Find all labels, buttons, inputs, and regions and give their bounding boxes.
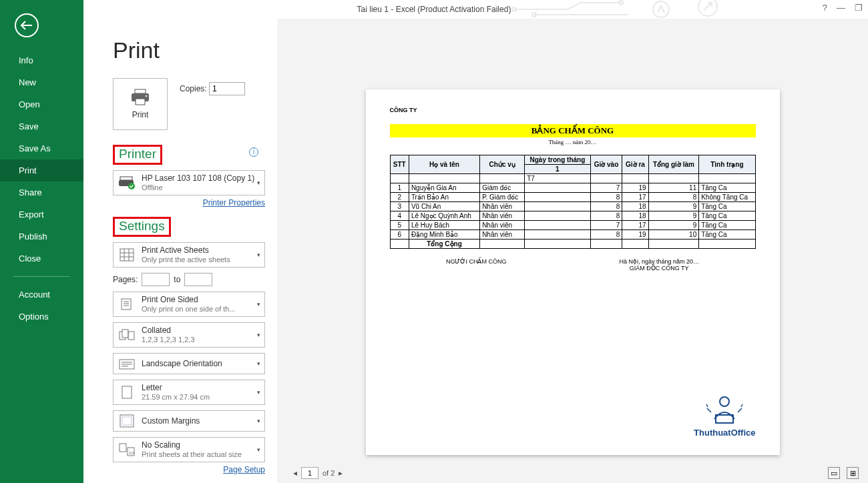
preview-page: CÔNG TY BẢNG CHẤM CÔNG Tháng … năm 20… S… xyxy=(366,89,780,455)
svg-rect-25 xyxy=(716,415,733,423)
svg-point-8 xyxy=(146,95,147,97)
svg-rect-5 xyxy=(135,89,146,93)
pages-to-input[interactable] xyxy=(184,273,212,286)
print-what-selector[interactable]: Print Active SheetsOnly print the active… xyxy=(113,242,265,268)
zoom-button[interactable]: ⊞ xyxy=(847,467,859,479)
page-setup-link[interactable]: Page Setup xyxy=(113,465,265,474)
svg-rect-21 xyxy=(120,444,126,452)
print-button-label: Print xyxy=(132,110,149,119)
svg-point-3 xyxy=(653,1,669,17)
prev-page-button[interactable]: ◂ xyxy=(293,468,297,478)
printer-properties-link[interactable]: Printer Properties xyxy=(113,198,265,207)
settings-section-header: Settings xyxy=(113,217,171,237)
doc-table: STT Họ và tên Chức vụ Ngày trong tháng G… xyxy=(390,155,756,249)
sig-left: NGƯỜI CHẤM CÔNG xyxy=(446,258,507,272)
dropdown-icon: ▾ xyxy=(257,332,260,338)
doc-title: BẢNG CHẤM CÔNG xyxy=(390,124,756,137)
zoom-controls: ▭ ⊞ xyxy=(828,467,859,479)
one-sided-icon xyxy=(118,297,136,312)
printer-selector[interactable]: HP Laser 103 107 108 (Copy 1) Offline ▾ xyxy=(113,170,265,195)
paper-size-sub: 21.59 cm x 27.94 cm xyxy=(142,392,210,402)
nav-publish[interactable]: Publish xyxy=(0,225,83,248)
nav-save-as[interactable]: Save As xyxy=(0,137,83,159)
zoom-to-page-button[interactable]: ▭ xyxy=(828,467,840,479)
svg-rect-12 xyxy=(120,249,134,261)
sheets-icon xyxy=(118,248,136,262)
nav-new[interactable]: New xyxy=(0,71,83,93)
window-title: Tai lieu 1 - Excel (Product Activation F… xyxy=(357,5,511,14)
nav-export[interactable]: Export xyxy=(0,203,83,225)
page-heading: Print xyxy=(113,37,277,63)
scaling-selector[interactable]: 100 No ScalingPrint sheets at their actu… xyxy=(113,437,265,462)
print-settings-panel: Print Print Copies: i Printer HP Laser 1… xyxy=(83,19,277,483)
nav-print[interactable]: Print xyxy=(0,159,83,181)
printer-name: HP Laser 103 107 108 (Copy 1) xyxy=(142,173,254,183)
print-button[interactable]: Print xyxy=(113,78,168,130)
svg-rect-7 xyxy=(136,99,145,105)
print-preview-area: CÔNG TY BẢNG CHẤM CÔNG Tháng … năm 20… S… xyxy=(277,19,868,483)
dropdown-icon: ▾ xyxy=(257,446,260,453)
total-label: Tổng Cộng xyxy=(409,239,479,249)
th-total: Tổng giờ làm xyxy=(648,155,699,174)
paper-size-title: Letter xyxy=(142,383,210,392)
copies-input[interactable] xyxy=(209,82,245,95)
svg-point-11 xyxy=(128,183,135,189)
svg-text:100: 100 xyxy=(129,451,135,455)
nav-close[interactable]: Close xyxy=(0,248,83,270)
pages-label: Pages: xyxy=(113,275,138,284)
printer-info-icon[interactable]: i xyxy=(249,147,258,157)
restore-button[interactable]: ❐ xyxy=(855,3,863,13)
dropdown-icon: ▾ xyxy=(257,252,260,258)
printer-status: Offline xyxy=(142,183,254,192)
dropdown-icon: ▾ xyxy=(257,389,260,396)
scaling-sub: Print sheets at their actual size xyxy=(142,450,242,459)
table-row: 2Trần Bảo AnP. Giám đốc8178Không Tăng Ca xyxy=(390,193,755,202)
next-page-button[interactable]: ▸ xyxy=(339,468,343,478)
th-day: 1 xyxy=(525,165,590,174)
svg-rect-16 xyxy=(128,332,134,340)
copies-label: Copies: xyxy=(180,84,207,93)
margins-selector[interactable]: Custom Margins ▾ xyxy=(113,410,265,432)
pages-from-input[interactable] xyxy=(142,273,170,286)
nav-account[interactable]: Account xyxy=(0,284,83,306)
nav-options[interactable]: Options xyxy=(0,306,83,328)
th-out: Giờ ra xyxy=(622,155,648,174)
watermark-text: ThuthuatOffice xyxy=(694,428,755,438)
nav-share[interactable]: Share xyxy=(0,181,83,203)
help-button[interactable]: ? xyxy=(823,3,827,13)
collated-icon xyxy=(118,328,136,342)
margins-title: Custom Margins xyxy=(142,416,200,426)
orientation-title: Landscape Orientation xyxy=(142,359,222,368)
nav-divider xyxy=(13,276,70,277)
page-navigator: ◂ of 2 ▸ xyxy=(293,467,343,479)
doc-subtitle: Tháng … năm 20… xyxy=(390,139,756,145)
orientation-selector[interactable]: Landscape Orientation ▾ xyxy=(113,353,265,374)
print-what-title: Print Active Sheets xyxy=(142,246,230,255)
scaling-icon: 100 xyxy=(118,442,136,457)
sides-selector[interactable]: Print One SidedOnly print on one side of… xyxy=(113,292,265,317)
sides-sub: Only print on one side of th... xyxy=(142,304,236,314)
back-button[interactable] xyxy=(15,13,39,37)
title-bar: Tai lieu 1 - Excel (Product Activation F… xyxy=(0,0,868,19)
nav-open[interactable]: Open xyxy=(0,93,83,115)
table-row: 5Lê Huy BáchNhân viên7179Tăng Ca xyxy=(390,221,755,230)
nav-save[interactable]: Save xyxy=(0,115,83,137)
svg-rect-20 xyxy=(122,417,132,425)
nav-info[interactable]: Info xyxy=(0,49,83,71)
th-in: Giờ vào xyxy=(590,155,622,174)
collate-sub: 1,2,3 1,2,3 1,2,3 xyxy=(142,335,195,344)
paper-size-selector[interactable]: Letter21.59 cm x 27.94 cm ▾ xyxy=(113,380,265,405)
th-dayhdr: Ngày trong tháng xyxy=(525,155,590,165)
decorative-circuit-icon xyxy=(507,0,761,19)
dropdown-icon: ▾ xyxy=(257,418,260,424)
doc-company: CÔNG TY xyxy=(390,107,756,113)
current-page-input[interactable] xyxy=(301,467,318,479)
svg-rect-13 xyxy=(122,299,131,310)
collate-selector[interactable]: Collated1,2,3 1,2,3 1,2,3 ▾ xyxy=(113,322,265,348)
sig-right-date: Hà Nội, ngày tháng năm 20… xyxy=(619,258,699,265)
watermark-logo: ThuthuatOffice xyxy=(694,392,755,438)
landscape-icon xyxy=(118,356,136,371)
print-what-sub: Only print the active sheets xyxy=(142,255,230,264)
minimize-button[interactable]: — xyxy=(837,3,845,13)
printer-section-header: Printer xyxy=(113,145,162,165)
